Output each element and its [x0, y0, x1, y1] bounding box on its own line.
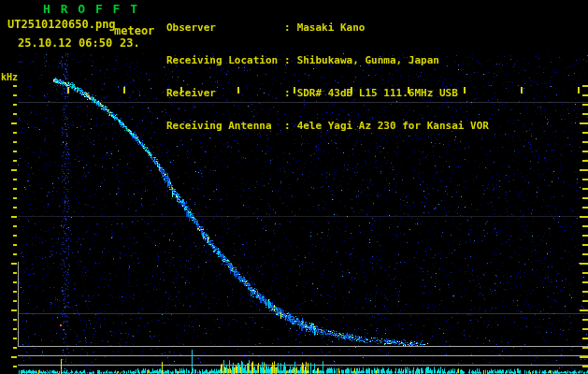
info-label: Receiver [166, 88, 284, 98]
info-value: Shibukawa, Gunma, Japan [297, 54, 439, 66]
info-row-location: Receiving Location:Shibukawa, Gunma, Jap… [166, 55, 489, 67]
info-label: Observer [166, 22, 284, 33]
info-row-observer: Observer:Masaki Kano [166, 22, 489, 35]
info-separator: : [284, 54, 291, 66]
info-value: Masaki Kano [297, 22, 366, 34]
hrofft-screenshot: { "app": { "title": "H R O F F T" }, "he… [0, 0, 588, 374]
info-row-receiver: Receiver:SDR# 43dB L15 111.6MHz USB [166, 88, 489, 100]
info-label: Receiving Location [166, 55, 284, 65]
info-value: SDR# 43dB L15 111.6MHz USB [297, 87, 458, 99]
frequency-unit-label: kHz [1, 73, 18, 82]
channel-label: meteor [114, 25, 154, 36]
info-value: 4ele Yagi Az 230 for Kansai VOR [297, 120, 489, 132]
info-separator: : [284, 22, 291, 34]
echo-count: 23. [120, 37, 140, 49]
receiver-info: Observer:Masaki Kano Receiving Location:… [166, 2, 489, 143]
datetime-label: 25.10.12 06:50 [18, 37, 112, 49]
info-separator: : [284, 87, 291, 99]
info-separator: : [284, 120, 291, 132]
info-row-antenna: Receiving Antenna:4ele Yagi Az 230 for K… [166, 121, 489, 133]
info-label: Receiving Antenna [166, 121, 284, 131]
app-title: H R O F F T [43, 3, 139, 15]
filename-label: UT2510120650.png [7, 19, 116, 30]
